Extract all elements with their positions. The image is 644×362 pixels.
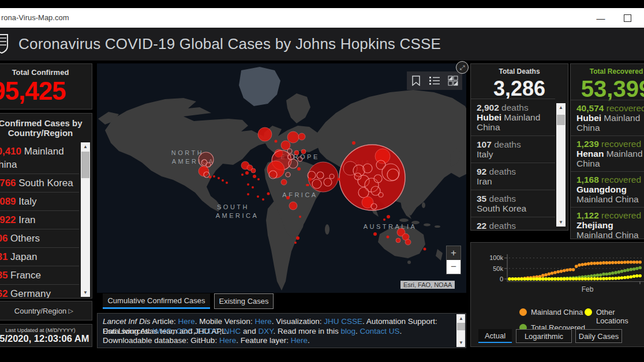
confirmed-region-row[interactable]: 331 Japan xyxy=(0,248,79,266)
tab-existing-cases[interactable]: Existing Cases xyxy=(214,293,274,309)
case-location-circle[interactable] xyxy=(294,150,299,155)
case-location-circle[interactable] xyxy=(324,178,332,186)
scroll-up-icon[interactable]: ▲ xyxy=(456,314,466,323)
confirmed-region-row[interactable]: 80,410 Mainland China xyxy=(0,142,79,174)
deaths-scrollbar[interactable]: ▲ ▼ xyxy=(556,103,566,227)
case-location-circle[interactable] xyxy=(247,183,249,186)
case-location-circle[interactable] xyxy=(301,149,306,154)
case-location-circle[interactable] xyxy=(281,141,290,150)
case-location-circle[interactable] xyxy=(213,175,215,178)
credits-link[interactable]: Here xyxy=(254,317,271,326)
credits-link[interactable]: blog xyxy=(340,327,355,335)
bookmark-icon[interactable] xyxy=(409,74,423,88)
basemap-icon[interactable] xyxy=(446,74,460,88)
country-region-toggle[interactable]: Country/Region ▷ xyxy=(0,301,92,320)
deaths-region-row[interactable]: 92 deathsIran xyxy=(471,163,555,190)
case-location-circle[interactable] xyxy=(298,157,302,161)
confirmed-list-scrollbar[interactable]: ▲ ▼ xyxy=(81,142,90,297)
case-location-circle[interactable] xyxy=(257,195,259,198)
recovered-region-row[interactable]: 1,239 recoveredHenan Mainland China xyxy=(571,135,644,171)
case-location-circle[interactable] xyxy=(289,159,298,168)
case-location-circle[interactable] xyxy=(294,242,297,244)
legend-list-icon[interactable] xyxy=(428,74,441,88)
confirmed-region-row[interactable]: 262 Germany xyxy=(0,285,79,299)
case-location-circle[interactable] xyxy=(330,174,334,179)
case-location-circle[interactable] xyxy=(387,169,399,180)
confirmed-region-row[interactable]: 706 Others xyxy=(0,229,79,248)
scroll-down-icon[interactable]: ▼ xyxy=(81,288,90,297)
case-location-circle[interactable] xyxy=(383,218,385,221)
scroll-up-icon[interactable]: ▲ xyxy=(81,142,90,151)
case-location-circle[interactable] xyxy=(299,216,301,218)
confirmed-region-row[interactable]: 3,089 Italy xyxy=(0,193,79,211)
tab-actual[interactable]: Actual xyxy=(478,329,512,343)
confirmed-region-row[interactable]: 5,766 South Korea xyxy=(0,174,79,193)
scroll-down-icon[interactable]: ▼ xyxy=(456,338,466,347)
case-location-circle[interactable] xyxy=(379,193,383,197)
case-location-circle[interactable] xyxy=(258,127,272,141)
case-location-circle[interactable] xyxy=(267,193,270,195)
credits-link[interactable]: Here xyxy=(178,317,195,326)
case-location-circle[interactable] xyxy=(222,179,224,182)
case-location-circle[interactable] xyxy=(308,178,312,181)
maximize-button[interactable] xyxy=(619,8,636,28)
case-location-circle[interactable] xyxy=(269,171,277,179)
tab-cumulative-confirmed-cases[interactable]: Cumulative Confirmed Cases xyxy=(103,293,210,309)
case-location-circle[interactable] xyxy=(204,172,209,178)
case-location-circle[interactable] xyxy=(245,171,249,175)
case-location-circle[interactable] xyxy=(424,248,426,251)
case-location-circle[interactable] xyxy=(296,236,299,240)
deaths-region-row[interactable]: 35 deathsSouth Korea xyxy=(471,190,555,217)
deaths-region-row[interactable]: 22 deathsHenan Mainland China xyxy=(471,217,555,231)
case-location-circle[interactable] xyxy=(218,177,220,179)
case-location-circle[interactable] xyxy=(286,196,290,199)
case-location-circle[interactable] xyxy=(247,193,249,195)
case-location-circle[interactable] xyxy=(288,154,294,160)
credits-link[interactable]: Contact US xyxy=(360,327,400,335)
case-location-circle[interactable] xyxy=(374,175,382,183)
case-location-circle[interactable] xyxy=(281,179,287,185)
case-location-circle[interactable] xyxy=(206,163,211,167)
case-location-circle[interactable] xyxy=(262,198,264,201)
scroll-down-icon[interactable]: ▼ xyxy=(556,218,566,227)
case-location-circle[interactable] xyxy=(387,215,390,218)
case-location-circle[interactable] xyxy=(312,179,321,188)
map-canvas[interactable]: NORTHAMERICAEUROPEASIAAFRICASOUTHAMERICA… xyxy=(97,63,466,293)
case-location-circle[interactable] xyxy=(317,172,324,179)
case-location-circle[interactable] xyxy=(354,173,361,180)
case-location-circle[interactable] xyxy=(257,178,260,180)
credits-link[interactable]: Here xyxy=(291,336,308,345)
case-location-circle[interactable] xyxy=(405,239,411,245)
credits-link[interactable]: Here xyxy=(219,336,236,345)
zoom-out-button[interactable]: − xyxy=(447,260,460,274)
case-location-circle[interactable] xyxy=(241,174,244,176)
recovered-region-row[interactable]: 1,122 recoveredZhejiang Mainland China xyxy=(571,207,644,239)
scrollbar-thumb[interactable] xyxy=(81,152,89,178)
confirmed-region-row[interactable]: 2,922 Iran xyxy=(0,211,79,229)
case-location-circle[interactable] xyxy=(373,232,377,236)
world-map[interactable]: NORTHAMERICAEUROPEASIAAFRICASOUTHAMERICA… xyxy=(97,63,466,293)
case-location-circle[interactable] xyxy=(358,187,369,198)
case-location-circle[interactable] xyxy=(352,141,355,145)
case-location-circle[interactable] xyxy=(209,176,212,179)
case-location-circle[interactable] xyxy=(298,133,305,140)
case-location-circle[interactable] xyxy=(387,236,390,239)
credits-scrollbar[interactable]: ▲ ▼ xyxy=(456,314,465,347)
tab-logarithmic[interactable]: Logarithmic xyxy=(516,329,572,343)
case-location-circle[interactable] xyxy=(253,175,256,178)
case-location-circle[interactable] xyxy=(252,186,254,188)
zoom-in-button[interactable]: + xyxy=(447,246,460,260)
minimize-button[interactable]: — xyxy=(592,8,609,28)
recovered-region-row[interactable]: 1,168 recoveredGuangdong Mainland China xyxy=(571,171,644,207)
case-location-circle[interactable] xyxy=(275,140,278,143)
case-location-circle[interactable] xyxy=(307,184,309,186)
case-location-circle[interactable] xyxy=(287,131,299,143)
credits-link[interactable]: DXY xyxy=(258,327,273,335)
confirmed-region-row[interactable]: 285 France xyxy=(0,266,79,285)
expand-icon[interactable]: ⤢ xyxy=(456,61,469,74)
case-location-circle[interactable] xyxy=(226,182,228,184)
case-location-circle[interactable] xyxy=(286,172,290,177)
deaths-region-row[interactable]: 2,902 deathsHubei Mainland China xyxy=(471,99,555,135)
case-location-circle[interactable] xyxy=(251,168,256,173)
case-location-circle[interactable] xyxy=(371,203,377,209)
